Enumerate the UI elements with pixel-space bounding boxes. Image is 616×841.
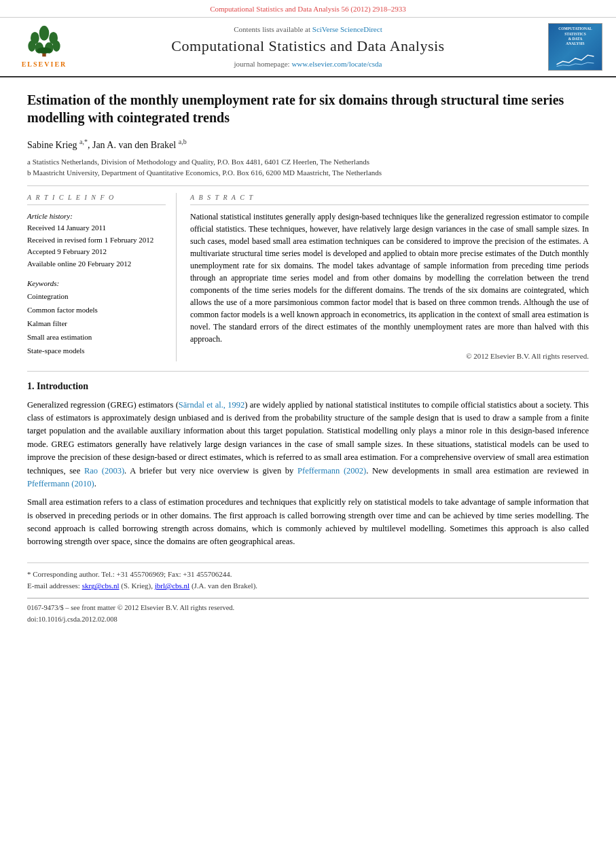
issn-doi-line: 0167-9473/$ – see front matter © 2012 El… (27, 598, 589, 626)
affiliation-a: a Statistics Netherlands, Division of Me… (27, 156, 589, 168)
journal-header: ELSEVIER Contents lists available at Sci… (0, 18, 616, 77)
intro-paragraph-2: Small area estimation refers to a class … (27, 496, 589, 549)
issn-line: 0167-9473/$ – see front matter © 2012 El… (27, 603, 589, 614)
keyword-kalman: Kalman filter (27, 317, 166, 331)
authors-text: Sabine Krieg a,*, Jan A. van den Brakel … (27, 140, 187, 150)
revised-date: Received in revised form 1 February 2012 (27, 234, 166, 247)
keyword-state-space: State-space models (27, 344, 166, 358)
journal-center-info: Contents lists available at SciVerse Sci… (75, 24, 541, 70)
email-krieg-name: S. Krieg (124, 581, 149, 590)
keyword-cointegration: Cointegration (27, 290, 166, 304)
article-info-heading: A R T I C L E I N F O (27, 193, 166, 205)
article-info-abstract: A R T I C L E I N F O Article history: R… (27, 193, 589, 362)
available-date: Available online 20 February 2012 (27, 258, 166, 270)
email-krieg[interactable]: skrg@cbs.nl (82, 581, 120, 590)
keyword-common-factor: Common factor models (27, 304, 166, 317)
article-info-column: A R T I C L E I N F O Article history: R… (27, 193, 177, 362)
keywords-section: Keywords: Cointegration Common factor mo… (27, 277, 166, 358)
footnotes-section: * Corresponding author. Tel.: +31 455706… (27, 562, 589, 626)
copyright-line: © 2012 Elsevier B.V. All rights reserved… (190, 351, 589, 362)
journal-cover-area: COMPUTATIONAL STATISTICS & DATA ANALYSIS (541, 23, 602, 71)
email-line: E-mail addresses: skrg@cbs.nl (S. Krieg)… (27, 580, 589, 592)
svg-point-3 (28, 41, 35, 52)
elsevier-tree-icon (24, 24, 65, 58)
corresponding-author-note: * Corresponding author. Tel.: +31 455706… (27, 569, 589, 581)
intro-section-label: Introduction (37, 381, 88, 391)
authors-line: Sabine Krieg a,*, Jan A. van den Brakel … (27, 137, 589, 151)
ref-pfeffermann2002[interactable]: Pfeffermann (2002) (297, 466, 366, 476)
svg-point-4 (53, 41, 60, 52)
affiliation-b: b Maastricht University, Department of Q… (27, 167, 589, 179)
sciverse-line: Contents lists available at SciVerse Sci… (75, 24, 541, 35)
homepage-link[interactable]: www.elsevier.com/locate/csda (291, 60, 382, 68)
article-history: Article history: Received 14 January 201… (27, 211, 166, 270)
svg-point-8 (37, 48, 52, 54)
cover-title-text: COMPUTATIONAL STATISTICS & DATA ANALYSIS (558, 26, 592, 46)
journal-reference: Computational Statistics and Data Analys… (210, 5, 406, 13)
email-brakel[interactable]: jbrl@cbs.nl (155, 581, 189, 590)
cover-chart-icon (555, 49, 596, 67)
top-journal-bar: Computational Statistics and Data Analys… (0, 0, 616, 18)
section-divider (27, 371, 589, 372)
journal-cover-image: COMPUTATIONAL STATISTICS & DATA ANALYSIS (548, 23, 602, 71)
elsevier-logo-area: ELSEVIER (14, 24, 75, 69)
main-content: Estimation of the monthly unemployment r… (0, 77, 616, 639)
history-label: Article history: (27, 211, 166, 223)
journal-title: Computational Statistics and Data Analys… (75, 36, 541, 57)
abstract-column: A B S T R A C T National statistical ins… (190, 193, 589, 362)
email-brakel-name: J.A. van den Brakel (194, 581, 253, 590)
doi-line: doi:10.1016/j.csda.2012.02.008 (27, 614, 589, 626)
elsevier-text: ELSEVIER (22, 60, 67, 69)
abstract-text: National statistical institutes generall… (190, 211, 589, 362)
affiliations: a Statistics Netherlands, Division of Me… (27, 156, 589, 186)
ref-rao[interactable]: Rao (2003) (84, 466, 124, 476)
abstract-paragraph: National statistical institutes generall… (190, 211, 589, 345)
elsevier-logo: ELSEVIER (14, 24, 75, 69)
svg-point-0 (39, 26, 50, 41)
abstract-heading: A B S T R A C T (190, 193, 589, 205)
keyword-small-area: Small area estimation (27, 331, 166, 344)
ref-pfeffermann2010[interactable]: Pfeffermann (2010) (27, 479, 94, 488)
journal-homepage: journal homepage: www.elsevier.com/locat… (75, 59, 541, 69)
intro-section-title: 1. Introduction (27, 380, 589, 393)
keywords-label: Keywords: (27, 277, 166, 291)
intro-section-number: 1. (27, 381, 35, 391)
article-title: Estimation of the monthly unemployment r… (27, 91, 589, 129)
email-label: E-mail addresses: (27, 581, 80, 590)
accepted-date: Accepted 9 February 2012 (27, 246, 166, 258)
ref-sarndal[interactable]: Särndal et al., 1992 (179, 400, 244, 410)
sciverse-link[interactable]: SciVerse ScienceDirect (312, 25, 382, 33)
received-date: Received 14 January 2011 (27, 222, 166, 234)
intro-paragraph-1: Generalized regression (GREG) estimators… (27, 399, 589, 491)
